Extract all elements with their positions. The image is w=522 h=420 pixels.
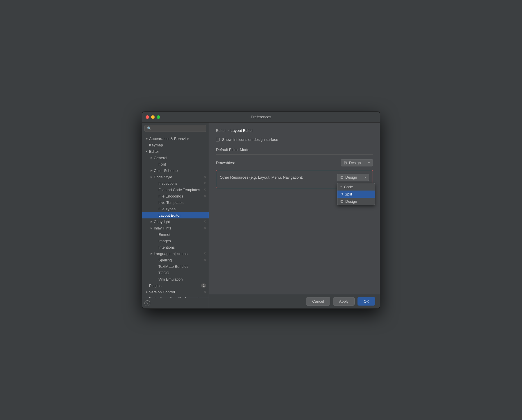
copy-icon: ⧉ (204, 182, 206, 185)
chevron-right-icon: ▶ (149, 251, 154, 256)
sidebar-item-label: Language Injections (154, 252, 187, 256)
sidebar-item-version-control[interactable]: ▶ Version Control ⧉ (142, 289, 209, 295)
chevron-right-icon: ▶ (149, 226, 154, 230)
image-icon: 🖼 (340, 200, 344, 203)
sidebar-item-general[interactable]: ▶ General (142, 155, 209, 161)
drawables-dropdown[interactable]: 🖼 Design ▾ (341, 159, 373, 166)
dropdown-item-label: Design (345, 199, 357, 204)
sidebar-item-label: File and Code Templates (158, 188, 200, 192)
sidebar-item-vim-emulation[interactable]: Vim Emulation (142, 276, 209, 282)
sidebar-item-emmet[interactable]: Emmet (142, 231, 209, 238)
sidebar-item-color-scheme[interactable]: ▶ Color Scheme (142, 167, 209, 174)
sidebar-item-todo[interactable]: TODO (142, 270, 209, 276)
spacer (154, 270, 158, 275)
sidebar-item-textmate-bundles[interactable]: TextMate Bundles (142, 263, 209, 270)
sidebar-item-intentions[interactable]: Intentions (142, 244, 209, 250)
preferences-window: Preferences 🔍 ▶ Appearance & Behavior Ke… (142, 111, 380, 309)
sidebar-item-label: Plugins (149, 283, 162, 288)
sidebar-item-label: File Types (158, 207, 176, 211)
help-button[interactable]: ? (144, 300, 150, 306)
breadcrumb-parent: Editor (216, 128, 226, 133)
section-title: Default Editor Mode (216, 148, 373, 155)
maximize-button[interactable] (157, 115, 160, 119)
sidebar-item-label: Intentions (158, 245, 175, 250)
sidebar-item-inlay-hints[interactable]: ▶ Inlay Hints ⧉ (142, 225, 209, 231)
search-box[interactable]: 🔍 (144, 125, 206, 132)
lint-icons-checkbox[interactable] (216, 138, 220, 141)
sidebar-item-label: Spelling (158, 258, 172, 262)
spacer (154, 232, 158, 237)
sidebar-tree: ▶ Appearance & Behavior Keymap ▼ Editor … (142, 134, 209, 298)
sidebar-item-file-encodings[interactable]: File Encodings ⧉ (142, 193, 209, 199)
spacer (154, 277, 158, 281)
spacer (154, 213, 158, 218)
sidebar-item-label: Vim Emulation (158, 277, 183, 281)
other-resources-dropdown[interactable]: 🖼 Design ▾ (337, 174, 369, 181)
lint-icons-row: Show lint icons on design surface (216, 137, 373, 142)
dropdown-item-design[interactable]: 🖼 Design (337, 198, 375, 205)
sidebar-item-label: Appearance & Behavior (149, 137, 189, 141)
sidebar-item-label: Keymap (149, 143, 163, 147)
sidebar-item-label: Color Scheme (154, 168, 178, 173)
sidebar-item-code-style[interactable]: ▶ Code Style ⧉ (142, 174, 209, 180)
other-resources-label: Other Resources (e.g. Layout, Menu, Navi… (220, 175, 337, 180)
sidebar-item-build-execution[interactable]: ▶ Build, Execution, Deployment (142, 295, 209, 298)
copy-icon: ⧉ (204, 258, 206, 262)
sidebar-item-label: Emmet (158, 232, 170, 237)
sidebar-item-plugins[interactable]: Plugins 1 (142, 282, 209, 289)
other-resources-group: Other Resources (e.g. Layout, Menu, Navi… (216, 170, 373, 188)
sidebar-item-label: Code Style (154, 175, 172, 179)
copy-icon: ⧉ (204, 290, 206, 294)
other-resources-row: Other Resources (e.g. Layout, Menu, Navi… (220, 174, 369, 181)
sidebar-item-label: Inspections (158, 181, 178, 186)
sidebar-item-keymap[interactable]: Keymap (142, 142, 209, 148)
other-resources-value: Design (345, 175, 357, 180)
sidebar-item-label: Editor (149, 149, 159, 154)
dropdown-item-code[interactable]: ≡ Code (337, 183, 375, 191)
chevron-down-icon: ▾ (368, 161, 370, 164)
sidebar-item-appearance[interactable]: ▶ Appearance & Behavior (142, 135, 209, 142)
main-content: Editor › Layout Editor Show lint icons o… (209, 123, 380, 294)
spacer (154, 245, 158, 250)
sidebar-item-language-injections[interactable]: ▶ Language Injections ⧉ (142, 250, 209, 257)
apply-button[interactable]: Apply (333, 297, 355, 306)
copy-icon: ⧉ (204, 175, 206, 179)
close-button[interactable] (146, 115, 149, 119)
plugins-badge: 1 (201, 283, 206, 288)
lint-icons-label: Show lint icons on design surface (222, 137, 278, 142)
spacer (154, 238, 158, 243)
sidebar-item-editor[interactable]: ▼ Editor (142, 148, 209, 155)
sidebar-item-inspections[interactable]: Inspections ⧉ (142, 180, 209, 186)
cancel-button[interactable]: Cancel (306, 297, 330, 306)
sidebar-item-label: Images (158, 239, 171, 243)
sidebar-item-label: Version Control (149, 290, 175, 294)
other-resources-dropdown-container: 🖼 Design ▾ ≡ Code (337, 174, 369, 181)
sidebar-item-spelling[interactable]: Spelling ⧉ (142, 257, 209, 263)
chevron-right-icon: ▶ (149, 168, 154, 173)
sidebar-item-label: Inlay Hints (154, 226, 171, 230)
sidebar-item-images[interactable]: Images (142, 238, 209, 244)
window-title: Preferences (251, 115, 271, 119)
ok-button[interactable]: OK (357, 297, 375, 306)
sidebar-item-file-code-templates[interactable]: File and Code Templates ⧉ (142, 186, 209, 193)
sidebar: 🔍 ▶ Appearance & Behavior Keymap ▼ Edi (142, 123, 209, 308)
minimize-button[interactable] (151, 115, 155, 119)
breadcrumb: Editor › Layout Editor (216, 128, 373, 133)
spacer (154, 181, 158, 186)
sidebar-item-font[interactable]: Font (142, 161, 209, 167)
sidebar-item-label: TODO (158, 271, 169, 275)
spacer (144, 283, 149, 288)
chevron-right-icon: ▶ (149, 175, 154, 179)
sidebar-item-copyright[interactable]: ▶ Copyright ⧉ (142, 218, 209, 225)
dropdown-item-label: Split (345, 192, 352, 196)
search-input[interactable] (153, 126, 204, 130)
sidebar-item-live-templates[interactable]: Live Templates (142, 199, 209, 206)
chevron-down-icon: ▼ (144, 149, 149, 154)
copy-icon: ⧉ (204, 220, 206, 223)
copy-icon: ⧉ (204, 252, 206, 255)
sidebar-item-file-types[interactable]: File Types (142, 206, 209, 212)
sidebar-item-layout-editor[interactable]: Layout Editor (142, 212, 209, 218)
spacer (154, 162, 158, 166)
dropdown-item-split[interactable]: ⊟ Split (337, 191, 375, 198)
sidebar-item-label: Font (158, 162, 166, 166)
